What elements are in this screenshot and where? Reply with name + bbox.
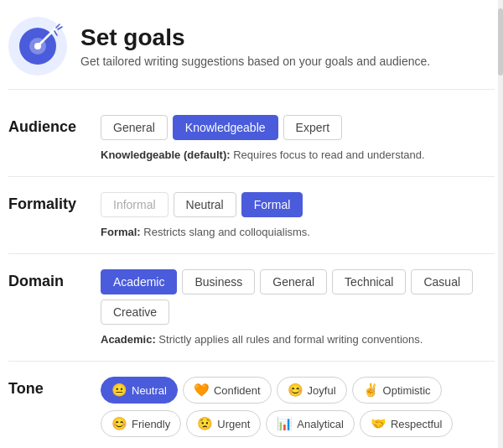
header: Set goals Get tailored writing suggestio… <box>8 17 495 90</box>
tone-friendly-btn[interactable]: 😊 Friendly <box>101 410 181 437</box>
domain-content: Academic Business General Technical Casu… <box>101 269 495 346</box>
formality-description: Formal: Restricts slang and colloquialis… <box>101 226 495 238</box>
formality-neutral-btn[interactable]: Neutral <box>174 192 236 217</box>
tone-neutral-btn[interactable]: 😐 Neutral <box>101 377 178 404</box>
domain-label: Domain <box>8 269 101 290</box>
domain-btn-group: Academic Business General Technical Casu… <box>101 269 495 325</box>
tone-optimistic-btn[interactable]: ✌️ Optimistic <box>352 377 442 404</box>
optimistic-label: Optimistic <box>383 384 431 397</box>
analytical-emoji: 📊 <box>277 416 293 431</box>
audience-btn-group: General Knowledgeable Expert <box>101 115 495 140</box>
domain-academic-btn[interactable]: Academic <box>101 269 177 294</box>
confident-label: Confident <box>214 384 261 397</box>
tone-joyful-btn[interactable]: 😊 Joyful <box>277 377 347 404</box>
domain-section: Domain Academic Business General Technic… <box>8 254 495 362</box>
formality-section: Formality Informal Neutral Formal Formal… <box>8 177 495 254</box>
audience-knowledgeable-btn[interactable]: Knowledgeable <box>173 115 278 140</box>
confident-emoji: 🧡 <box>194 383 210 398</box>
scrollbar-track <box>498 0 503 448</box>
scrollbar-thumb[interactable] <box>498 8 503 76</box>
logo-icon <box>8 17 67 76</box>
tone-respectful-btn[interactable]: 🤝 Respectful <box>360 410 453 437</box>
domain-technical-btn[interactable]: Technical <box>332 269 406 294</box>
friendly-label: Friendly <box>132 418 170 430</box>
tone-row1: 😐 Neutral 🧡 Confident 😊 Joyful ✌️ Optimi… <box>101 377 495 404</box>
tone-content: 😐 Neutral 🧡 Confident 😊 Joyful ✌️ Optimi… <box>101 377 495 445</box>
header-text: Set goals Get tailored writing suggestio… <box>80 24 430 68</box>
formality-content: Informal Neutral Formal Formal: Restrict… <box>101 192 495 238</box>
page-title: Set goals <box>80 24 430 51</box>
neutral-label: Neutral <box>132 384 167 397</box>
formality-informal-btn[interactable]: Informal <box>101 192 169 217</box>
tone-row2: 😊 Friendly 😟 Urgent 📊 Analytical 🤝 Respe… <box>101 410 495 437</box>
formality-btn-group: Informal Neutral Formal <box>101 192 495 217</box>
neutral-emoji: 😐 <box>111 383 127 398</box>
audience-general-btn[interactable]: General <box>101 115 168 140</box>
formality-formal-btn[interactable]: Formal <box>241 192 303 217</box>
audience-description: Knowledgeable (default): Requires focus … <box>101 148 495 161</box>
tone-urgent-btn[interactable]: 😟 Urgent <box>186 410 261 437</box>
audience-content: General Knowledgeable Expert Knowledgeab… <box>101 115 495 161</box>
formality-label: Formality <box>8 192 101 213</box>
domain-description: Academic: Strictly applies all rules and… <box>101 333 495 346</box>
tone-label: Tone <box>8 377 101 398</box>
respectful-emoji: 🤝 <box>371 416 386 431</box>
tone-confident-btn[interactable]: 🧡 Confident <box>183 377 272 404</box>
respectful-label: Respectful <box>391 418 442 430</box>
tone-section: Tone 😐 Neutral 🧡 Confident 😊 Joyful <box>8 362 495 448</box>
joyful-label: Joyful <box>308 384 336 397</box>
urgent-emoji: 😟 <box>197 416 213 431</box>
domain-business-btn[interactable]: Business <box>182 269 255 294</box>
optimistic-emoji: ✌️ <box>363 383 379 398</box>
tone-analytical-btn[interactable]: 📊 Analytical <box>266 410 355 437</box>
analytical-label: Analytical <box>297 418 344 430</box>
domain-creative-btn[interactable]: Creative <box>101 300 169 325</box>
domain-casual-btn[interactable]: Casual <box>411 269 473 294</box>
domain-general-btn[interactable]: General <box>260 269 327 294</box>
joyful-emoji: 😊 <box>288 383 303 398</box>
friendly-emoji: 😊 <box>111 416 127 431</box>
audience-section: Audience General Knowledgeable Expert Kn… <box>8 100 495 177</box>
audience-expert-btn[interactable]: Expert <box>283 115 342 140</box>
urgent-label: Urgent <box>217 418 250 430</box>
audience-label: Audience <box>8 115 101 136</box>
page-subtitle: Get tailored writing suggestions based o… <box>80 55 430 68</box>
